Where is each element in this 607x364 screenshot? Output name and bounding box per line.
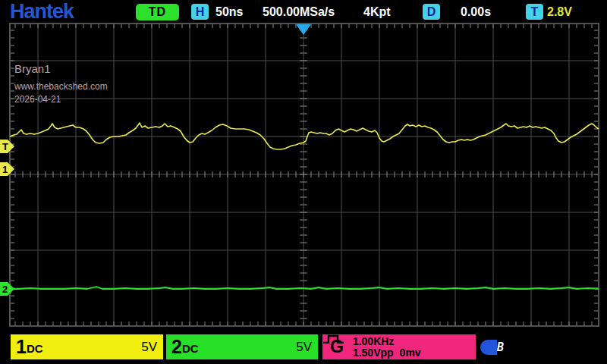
generator-offset: 0mv (400, 347, 421, 359)
oscilloscope-screen: Hantek TD H 50ns 500.00MSa/s 4Kpt D 0.00… (0, 0, 607, 364)
ch2-zero-marker: 2 (0, 282, 14, 296)
svg-text:2: 2 (2, 284, 8, 295)
ch1-zero-marker: 1 (0, 162, 14, 176)
ch2-number: 2 (171, 334, 182, 359)
ch1-number: 1 (16, 334, 27, 359)
horizontal-offset-value: 0.00s (461, 5, 491, 19)
svg-text:T: T (2, 141, 8, 152)
generator-label: G (330, 337, 344, 357)
trigger-level-marker: T (0, 140, 14, 153)
record-length-value: 4Kpt (363, 5, 391, 19)
generator-frequency: 1.00KHz (353, 336, 394, 347)
horizontal-icon: H (191, 4, 209, 20)
grid-layer (10, 24, 599, 326)
usb-disk-letter: B (497, 340, 504, 355)
ch1-scale: 5V (141, 340, 157, 355)
ch1-coupling: DC (27, 342, 43, 355)
ch2-coupling: DC (182, 342, 199, 355)
generator-amplitude: 1.50Vpp (353, 347, 394, 359)
generator-status-box: G 1.00KHz 1.50Vpp 0mv (322, 334, 476, 359)
trigger-level-value: 2.8V (547, 5, 572, 19)
usb-disk-icon: B (480, 339, 509, 356)
sample-rate-value: 500.00MSa/s (263, 5, 335, 19)
ch2-trace (10, 287, 599, 289)
timebase-value: 50ns (215, 5, 243, 19)
hantek-logo: Hantek (10, 0, 74, 23)
svg-text:1: 1 (2, 164, 8, 175)
ch1-trace (10, 123, 599, 149)
ch2-scale: 5V (296, 340, 312, 355)
overlay-date: 2026-04-21 (14, 94, 61, 105)
trigger-position-marker-icon (296, 24, 311, 35)
overlay-website: www.thebackshed.com (14, 81, 108, 92)
trigger-icon: T (526, 4, 543, 20)
overlay-username: Bryan1 (14, 62, 51, 75)
delay-icon: D (423, 4, 440, 20)
channel1-status-box: 1 DC 5V (11, 334, 163, 359)
channel2-status-box: 2 DC 5V (166, 334, 318, 359)
graticule-svg: T 1 2 (0, 0, 607, 364)
trigger-status-badge: TD (136, 4, 179, 20)
